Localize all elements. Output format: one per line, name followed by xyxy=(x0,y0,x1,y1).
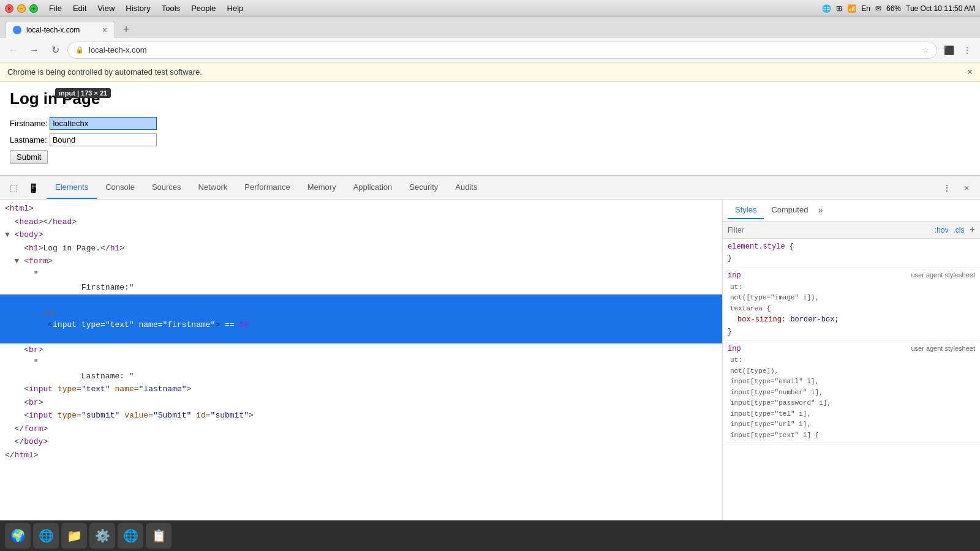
firstname-input[interactable] xyxy=(50,117,157,130)
tab-title: local-tech-x.com xyxy=(26,26,80,34)
system-tray: 🌐 ⊞ 📶 En ✉ 66% Tue Oct 10 11:50 AM xyxy=(822,4,975,13)
bookmark-icon[interactable]: ☆ xyxy=(922,45,929,54)
tab-performance[interactable]: Performance xyxy=(236,176,298,199)
firstname-row: Firstname: xyxy=(10,117,970,130)
title-bar: × − + File Edit View History Tools Peopl… xyxy=(0,0,980,17)
menu-file[interactable]: File xyxy=(44,2,67,14)
window-controls[interactable]: × − + xyxy=(5,4,38,13)
tab-audits[interactable]: Audits xyxy=(447,176,486,199)
reload-button[interactable]: ↻ xyxy=(47,42,64,59)
devtools-close-button[interactable]: × xyxy=(958,179,975,197)
html-line: <br> xyxy=(0,343,722,357)
battery-indicator: 66% xyxy=(886,4,901,13)
styles-filter-input[interactable] xyxy=(728,226,930,234)
active-tab[interactable]: local-tech-x.com × xyxy=(5,21,115,38)
address-bar: ← → ↻ 🔒 local-tech-x.com ☆ ⬛ ⋮ xyxy=(0,38,980,62)
html-line: <html> xyxy=(0,202,722,216)
cast-button[interactable]: ⬛ xyxy=(941,42,957,58)
tab-memory[interactable]: Memory xyxy=(299,176,345,199)
menu-edit[interactable]: Edit xyxy=(68,2,91,14)
style-source-label1: inp user agent stylesheet xyxy=(728,270,975,282)
wifi-icon: 📶 xyxy=(847,4,856,13)
style-desc2: ut: not([type]), input[type="email" i], … xyxy=(728,355,975,441)
devtools-icon-buttons: ⬚ 📱 xyxy=(5,179,42,197)
tab-console[interactable]: Console xyxy=(97,176,143,199)
styles-tab-styles[interactable]: Styles xyxy=(728,201,764,219)
html-line: Firstname:" xyxy=(0,281,722,294)
tab-elements[interactable]: Elements xyxy=(47,176,97,199)
taskbar-item-ubuntu[interactable]: 🌍 xyxy=(5,523,31,549)
devtools-tabs: Elements Console Sources Network Perform… xyxy=(47,176,486,199)
html-line: " xyxy=(0,268,722,282)
page-content: Log in Page input | 173 × 21 Firstname: … xyxy=(0,82,980,176)
tab-close-button[interactable]: × xyxy=(102,25,107,35)
styles-tab-computed[interactable]: Computed xyxy=(764,201,815,219)
styles-cls-button[interactable]: .cls xyxy=(953,226,964,234)
device-toolbar-button[interactable]: 📱 xyxy=(24,179,42,197)
menu-tools[interactable]: Tools xyxy=(157,2,185,14)
devtools-panel: ⬚ 📱 Elements Console Sources Network Per… xyxy=(0,176,980,551)
html-line: Lastname: " xyxy=(0,370,722,383)
html-line: </form> xyxy=(0,422,722,436)
taskbar-item-notes[interactable]: 📋 xyxy=(146,523,172,549)
html-line: <h1>Log in Page.</h1> xyxy=(0,242,722,255)
menu-history[interactable]: History xyxy=(121,2,155,14)
forward-button[interactable]: → xyxy=(26,42,43,59)
html-line: <br> xyxy=(0,396,722,410)
minimize-button[interactable]: − xyxy=(17,4,26,13)
maximize-button[interactable]: + xyxy=(29,4,38,13)
tab-favicon xyxy=(13,26,21,34)
taskbar-item-files[interactable]: 📁 xyxy=(61,523,87,549)
taskbar-item-browser2[interactable]: 🌐 xyxy=(118,523,143,549)
styles-filter-bar: :hov .cls + xyxy=(723,222,980,239)
html-line: <input type="submit" value="Submit" id="… xyxy=(0,409,722,422)
devtools-right-actions: ⋮ × xyxy=(938,179,975,197)
html-line: <input type="text" name="lastname"> xyxy=(0,383,722,396)
style-block-element: element.style { } xyxy=(723,239,980,268)
tab-network[interactable]: Network xyxy=(190,176,236,199)
styles-hov-button[interactable]: :hov xyxy=(935,226,949,234)
html-line: </body> xyxy=(0,435,722,449)
style-source-label2: inp user agent stylesheet xyxy=(728,343,975,355)
menu-people[interactable]: People xyxy=(186,2,221,14)
menu-view[interactable]: View xyxy=(92,2,119,14)
submit-button[interactable]: Submit xyxy=(10,150,48,164)
banner-close-button[interactable]: × xyxy=(967,67,973,78)
new-tab-button[interactable]: + xyxy=(118,21,135,38)
styles-chevron-right[interactable]: » xyxy=(818,206,823,216)
tab-bar: local-tech-x.com × + xyxy=(0,17,980,38)
devtools-more-button[interactable]: ⋮ xyxy=(938,179,956,197)
html-line: ▼ <body> xyxy=(0,228,722,242)
style-selector-element: element.style { xyxy=(728,241,975,253)
style-close1: } xyxy=(728,326,975,338)
tab-sources[interactable]: Sources xyxy=(143,176,190,199)
lastname-input[interactable] xyxy=(50,133,157,146)
styles-panel: Styles Computed » :hov .cls + element.st… xyxy=(723,200,980,538)
taskbar-item-chrome[interactable]: 🌐 xyxy=(33,523,59,549)
more-button[interactable]: ⋮ xyxy=(959,42,975,58)
taskbar: 🌍 🌐 📁 ⚙️ 🌐 📋 xyxy=(0,520,980,551)
html-panel: <html> <head></head> ▼ <body> <h1>Log in… xyxy=(0,200,723,538)
html-line: " xyxy=(0,356,722,370)
system-clock: Tue Oct 10 11:50 AM xyxy=(906,4,975,13)
menu-bar: File Edit View History Tools People Help xyxy=(44,2,248,14)
close-button[interactable]: × xyxy=(5,4,13,13)
html-line: <head></head> xyxy=(0,216,722,229)
chrome-icon: 🌐 xyxy=(822,4,831,13)
address-bar-actions: ⬛ ⋮ xyxy=(941,42,975,58)
styles-header: Styles Computed » xyxy=(723,200,980,222)
tab-security[interactable]: Security xyxy=(401,176,447,199)
url-bar[interactable]: 🔒 local-tech-x.com ☆ xyxy=(67,42,937,59)
lastname-row: Lastname: xyxy=(10,133,970,146)
tab-application[interactable]: Application xyxy=(345,176,401,199)
element-picker-button[interactable]: ⬚ xyxy=(5,179,22,197)
firstname-label: Firstname: xyxy=(10,119,47,128)
back-button[interactable]: ← xyxy=(5,42,22,59)
html-line: ▼ <form> xyxy=(0,255,722,268)
html-selected-line[interactable]: ●●● <input type="text" name="firstname">… xyxy=(0,294,722,343)
styles-add-rule-button[interactable]: + xyxy=(969,225,975,236)
taskbar-item-settings[interactable]: ⚙️ xyxy=(89,523,115,549)
menu-help[interactable]: Help xyxy=(222,2,249,14)
style-block-ua2: inp user agent stylesheet ut: not([type]… xyxy=(723,341,980,444)
style-prop1: box-sizing: border-box; xyxy=(728,314,975,326)
